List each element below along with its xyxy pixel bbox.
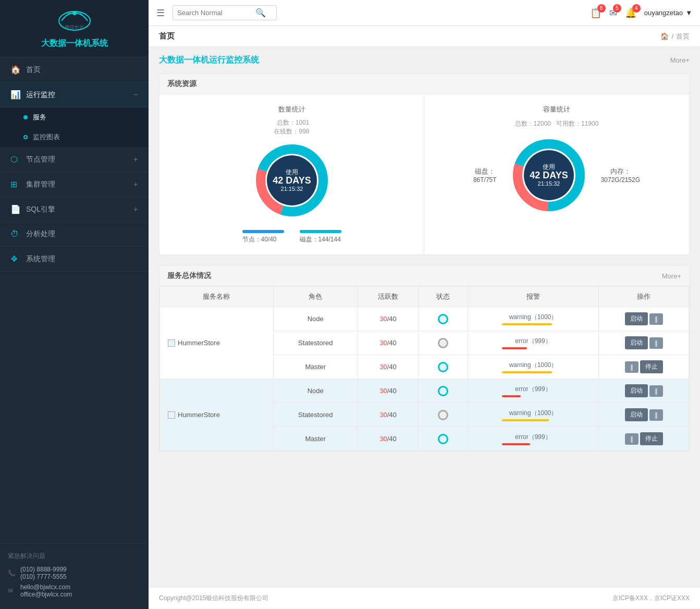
main-content: ☰ 🔍 📋 8 ✉ 5 🔔 4 ouyangzetao ▼ (149, 0, 700, 609)
sidebar-item-service[interactable]: 服务 (0, 107, 149, 127)
warning-0-2: warning（1000） (468, 355, 598, 379)
capacity-panel: 容量统计 总数：12000 可用数：11900 磁盘： 86T/75T (424, 94, 689, 254)
warning-text-1-0[interactable]: error（999） (515, 385, 551, 393)
capacity-stats: 总数：12000 可用数：11900 (435, 119, 679, 128)
role-0-2: Master (273, 355, 358, 379)
content-area: 大数据一体机运行监控系统 More+ 系统资源 数量统计 总数：1001 在线数… (149, 47, 700, 587)
pause-btn2-0-1[interactable]: ‖ (649, 337, 663, 349)
svg-text:21:15:32: 21:15:32 (280, 186, 303, 192)
monitor-icon: 📊 (10, 90, 21, 100)
resources-grid: 数量统计 总数：1001 在线数：998 (159, 94, 689, 254)
active-1-0: 30/40 (358, 379, 418, 403)
phone-1: (010) 8888-9999 (20, 566, 67, 573)
page-main-title: 大数据一体机运行监控系统 (159, 55, 259, 66)
breadcrumb-separator: / (671, 32, 673, 40)
warning-bar-1-0 (502, 395, 521, 397)
col-action: 操作 (599, 287, 689, 307)
start-btn-1-0[interactable]: 启动 (625, 384, 648, 397)
sidebar-item-cluster[interactable]: ⊞ 集群管理 + (0, 172, 149, 197)
service-more-link[interactable]: More+ (662, 272, 681, 280)
sidebar-item-system[interactable]: ❖ 系统管理 (0, 247, 149, 272)
pause-btn2-0-0[interactable]: ‖ (649, 313, 663, 325)
stop-btn-0-2[interactable]: 停止 (640, 360, 663, 373)
action-0-2: ‖ 停止 (599, 355, 689, 379)
sidebar-item-label-system: 系统管理 (26, 254, 138, 264)
notification-alerts[interactable]: ✉ 5 (609, 7, 617, 19)
col-status: 状态 (419, 287, 468, 307)
mem-label: 内存： (601, 167, 640, 176)
pause-btn-1-2[interactable]: ‖ (625, 433, 638, 445)
footer-icp: 京ICP备XXX，京ICP证XXX (612, 594, 690, 603)
sidebar-item-node[interactable]: ⬡ 节点管理 + (0, 147, 149, 172)
sidebar-item-sql[interactable]: 📄 SQL引擎 + (0, 197, 149, 222)
alerts-badge: 5 (613, 4, 621, 13)
breadcrumb-home-icon: 🏠 (660, 32, 669, 40)
sidebar-expand-sql: + (133, 205, 138, 214)
user-menu[interactable]: ouyangzetao ▼ (644, 9, 692, 17)
table-row: HummerStore Node30/40 error（999） 启动 ‖ (160, 379, 689, 403)
service-status-card: 服务总体情况 More+ 服务名称 角色 活跃数 状态 报警 操作 (159, 265, 690, 452)
service-status-header: 服务总体情况 More+ (159, 266, 689, 286)
warning-text-0-0[interactable]: warning（1000） (509, 313, 558, 321)
node-progress-bar (242, 230, 284, 233)
warning-bar-0-0 (502, 323, 552, 325)
service-group-name-0: HummerStore (178, 339, 220, 347)
page-title: 首页 (159, 31, 175, 41)
sub-dot-service (23, 115, 28, 119)
sidebar-item-monitor[interactable]: 📊 运行监控 − (0, 82, 149, 107)
start-btn-0-1[interactable]: 启动 (625, 336, 648, 349)
service-status-title: 服务总体情况 (167, 271, 211, 281)
status-1-0 (419, 379, 468, 403)
warning-0-1: error（999） (468, 331, 598, 355)
warning-text-0-1[interactable]: error（999） (515, 337, 551, 345)
notification-messages[interactable]: 📋 8 (590, 7, 601, 19)
system-resources-header: 系统资源 (159, 74, 689, 94)
menu-button[interactable]: ☰ (156, 7, 165, 19)
logo-icon: 银信长远 (56, 8, 93, 34)
status-0-0 (419, 307, 468, 331)
warning-1-2: error（999） (468, 427, 598, 451)
sidebar-item-label-service: 服务 (33, 113, 46, 122)
stop-btn-1-2[interactable]: 停止 (640, 432, 663, 445)
warning-text-1-1[interactable]: warning（1000） (509, 409, 558, 417)
status-indicator-0-2 (438, 362, 448, 372)
search-input[interactable] (177, 9, 255, 17)
disk-label: 磁盘： (473, 167, 497, 176)
active-0-1: 30/40 (358, 331, 418, 355)
email-2: office@bjwlcx.com (20, 591, 72, 598)
cap-total-label: 总数： (515, 120, 534, 127)
email-1: hello@bjwlcx.com (20, 583, 72, 591)
start-btn-1-1[interactable]: 启动 (625, 408, 648, 421)
online-label: 在线数： (274, 128, 299, 135)
warning-text-0-2[interactable]: warning（1000） (509, 361, 558, 369)
service-checkbox-0[interactable] (168, 339, 175, 347)
action-0-1: 启动 ‖ (599, 331, 689, 355)
sidebar-item-home[interactable]: 🏠 首页 (0, 57, 149, 82)
sub-dot-chart (23, 135, 28, 139)
pause-btn2-1-0[interactable]: ‖ (649, 385, 663, 397)
col-warning: 报警 (468, 287, 598, 307)
phone-2: (010) 7777-5555 (20, 573, 67, 580)
service-checkbox-1[interactable] (168, 411, 175, 419)
pause-btn-0-2[interactable]: ‖ (625, 361, 638, 373)
cap-total-val: 12000 (534, 120, 551, 127)
start-btn-0-0[interactable]: 启动 (625, 312, 648, 325)
status-indicator-1-0 (438, 386, 448, 396)
warning-text-1-2[interactable]: error（999） (515, 433, 551, 441)
pause-btn2-1-1[interactable]: ‖ (649, 409, 663, 421)
sidebar-item-monitor-chart[interactable]: 监控图表 (0, 127, 149, 147)
search-icon[interactable]: 🔍 (255, 8, 266, 18)
phone-contact-1: 📞 (010) 8888-9999 (010) 7777-5555 (8, 566, 141, 580)
page-more-link[interactable]: More+ (670, 56, 690, 64)
warning-bar-1-1 (502, 419, 549, 421)
sidebar-item-analysis[interactable]: ⏱ 分析处理 (0, 222, 149, 247)
role-1-1: Statestored (273, 403, 358, 427)
topbar-right: 📋 8 ✉ 5 🔔 4 ouyangzetao ▼ (590, 7, 692, 19)
notification-bell[interactable]: 🔔 4 (625, 7, 636, 19)
breadcrumb: 🏠 / 首页 (660, 32, 690, 41)
messages-badge: 8 (597, 4, 606, 13)
svg-text:21:15:32: 21:15:32 (537, 180, 560, 187)
mem-label-right: 内存： 3072G/2152G (601, 167, 640, 184)
role-0-1: Statestored (273, 331, 358, 355)
topbar: ☰ 🔍 📋 8 ✉ 5 🔔 4 ouyangzetao ▼ (149, 0, 700, 26)
